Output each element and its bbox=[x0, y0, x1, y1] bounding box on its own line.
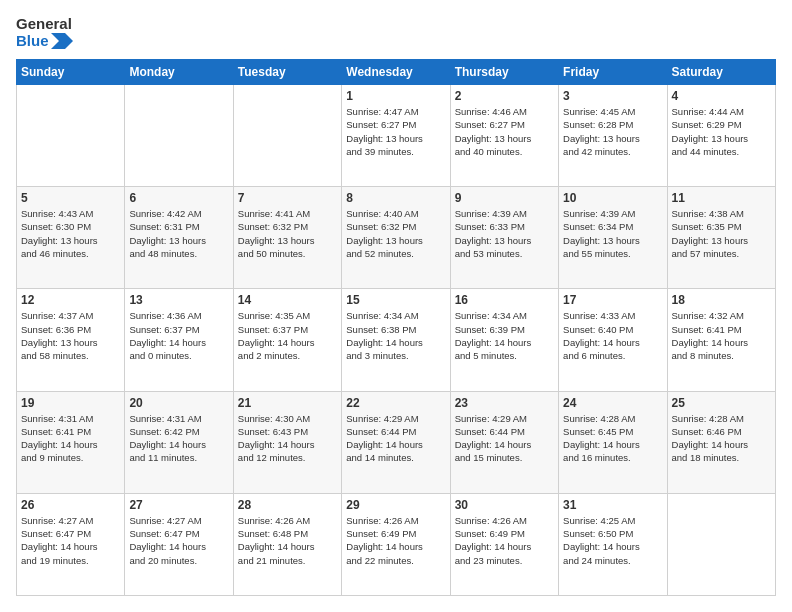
day-info: Sunrise: 4:27 AM Sunset: 6:47 PM Dayligh… bbox=[129, 514, 228, 567]
calendar-week-3: 12Sunrise: 4:37 AM Sunset: 6:36 PM Dayli… bbox=[17, 289, 776, 391]
calendar-cell bbox=[125, 85, 233, 187]
calendar-cell: 2Sunrise: 4:46 AM Sunset: 6:27 PM Daylig… bbox=[450, 85, 558, 187]
day-info: Sunrise: 4:38 AM Sunset: 6:35 PM Dayligh… bbox=[672, 207, 771, 260]
calendar-cell: 5Sunrise: 4:43 AM Sunset: 6:30 PM Daylig… bbox=[17, 187, 125, 289]
calendar-week-1: 1Sunrise: 4:47 AM Sunset: 6:27 PM Daylig… bbox=[17, 85, 776, 187]
weekday-header-monday: Monday bbox=[125, 60, 233, 85]
calendar-cell: 3Sunrise: 4:45 AM Sunset: 6:28 PM Daylig… bbox=[559, 85, 667, 187]
logo-blue: Blue bbox=[16, 33, 49, 50]
weekday-header-friday: Friday bbox=[559, 60, 667, 85]
day-number: 13 bbox=[129, 293, 228, 307]
day-number: 24 bbox=[563, 396, 662, 410]
logo: General Blue bbox=[16, 16, 73, 49]
logo-general: General bbox=[16, 16, 72, 33]
day-number: 31 bbox=[563, 498, 662, 512]
day-info: Sunrise: 4:35 AM Sunset: 6:37 PM Dayligh… bbox=[238, 309, 337, 362]
calendar-cell: 21Sunrise: 4:30 AM Sunset: 6:43 PM Dayli… bbox=[233, 391, 341, 493]
page: General Blue SundayMondayTuesdayWednesda… bbox=[0, 0, 792, 612]
calendar-cell bbox=[233, 85, 341, 187]
day-number: 2 bbox=[455, 89, 554, 103]
day-number: 5 bbox=[21, 191, 120, 205]
calendar-cell: 10Sunrise: 4:39 AM Sunset: 6:34 PM Dayli… bbox=[559, 187, 667, 289]
calendar-cell: 1Sunrise: 4:47 AM Sunset: 6:27 PM Daylig… bbox=[342, 85, 450, 187]
day-info: Sunrise: 4:27 AM Sunset: 6:47 PM Dayligh… bbox=[21, 514, 120, 567]
day-info: Sunrise: 4:39 AM Sunset: 6:33 PM Dayligh… bbox=[455, 207, 554, 260]
day-info: Sunrise: 4:34 AM Sunset: 6:38 PM Dayligh… bbox=[346, 309, 445, 362]
day-number: 28 bbox=[238, 498, 337, 512]
day-info: Sunrise: 4:40 AM Sunset: 6:32 PM Dayligh… bbox=[346, 207, 445, 260]
day-number: 4 bbox=[672, 89, 771, 103]
calendar-body: 1Sunrise: 4:47 AM Sunset: 6:27 PM Daylig… bbox=[17, 85, 776, 596]
calendar-cell: 9Sunrise: 4:39 AM Sunset: 6:33 PM Daylig… bbox=[450, 187, 558, 289]
day-number: 8 bbox=[346, 191, 445, 205]
day-number: 26 bbox=[21, 498, 120, 512]
calendar-cell bbox=[667, 493, 775, 595]
calendar-table: SundayMondayTuesdayWednesdayThursdayFrid… bbox=[16, 59, 776, 596]
calendar-cell: 13Sunrise: 4:36 AM Sunset: 6:37 PM Dayli… bbox=[125, 289, 233, 391]
weekday-header-tuesday: Tuesday bbox=[233, 60, 341, 85]
day-info: Sunrise: 4:29 AM Sunset: 6:44 PM Dayligh… bbox=[455, 412, 554, 465]
day-info: Sunrise: 4:46 AM Sunset: 6:27 PM Dayligh… bbox=[455, 105, 554, 158]
calendar-cell: 23Sunrise: 4:29 AM Sunset: 6:44 PM Dayli… bbox=[450, 391, 558, 493]
calendar-cell: 12Sunrise: 4:37 AM Sunset: 6:36 PM Dayli… bbox=[17, 289, 125, 391]
day-number: 25 bbox=[672, 396, 771, 410]
day-number: 11 bbox=[672, 191, 771, 205]
day-number: 20 bbox=[129, 396, 228, 410]
header: General Blue bbox=[16, 16, 776, 49]
day-number: 9 bbox=[455, 191, 554, 205]
day-info: Sunrise: 4:47 AM Sunset: 6:27 PM Dayligh… bbox=[346, 105, 445, 158]
logo-arrow-icon bbox=[51, 33, 73, 49]
weekday-header-sunday: Sunday bbox=[17, 60, 125, 85]
day-info: Sunrise: 4:37 AM Sunset: 6:36 PM Dayligh… bbox=[21, 309, 120, 362]
day-number: 7 bbox=[238, 191, 337, 205]
day-info: Sunrise: 4:33 AM Sunset: 6:40 PM Dayligh… bbox=[563, 309, 662, 362]
day-info: Sunrise: 4:25 AM Sunset: 6:50 PM Dayligh… bbox=[563, 514, 662, 567]
weekday-header-wednesday: Wednesday bbox=[342, 60, 450, 85]
calendar-cell: 4Sunrise: 4:44 AM Sunset: 6:29 PM Daylig… bbox=[667, 85, 775, 187]
day-info: Sunrise: 4:36 AM Sunset: 6:37 PM Dayligh… bbox=[129, 309, 228, 362]
day-number: 27 bbox=[129, 498, 228, 512]
calendar-cell: 16Sunrise: 4:34 AM Sunset: 6:39 PM Dayli… bbox=[450, 289, 558, 391]
calendar-cell: 19Sunrise: 4:31 AM Sunset: 6:41 PM Dayli… bbox=[17, 391, 125, 493]
calendar-cell: 20Sunrise: 4:31 AM Sunset: 6:42 PM Dayli… bbox=[125, 391, 233, 493]
calendar-cell: 14Sunrise: 4:35 AM Sunset: 6:37 PM Dayli… bbox=[233, 289, 341, 391]
day-number: 12 bbox=[21, 293, 120, 307]
day-number: 30 bbox=[455, 498, 554, 512]
day-info: Sunrise: 4:32 AM Sunset: 6:41 PM Dayligh… bbox=[672, 309, 771, 362]
weekday-header-thursday: Thursday bbox=[450, 60, 558, 85]
day-number: 16 bbox=[455, 293, 554, 307]
day-number: 21 bbox=[238, 396, 337, 410]
day-number: 10 bbox=[563, 191, 662, 205]
day-info: Sunrise: 4:26 AM Sunset: 6:49 PM Dayligh… bbox=[455, 514, 554, 567]
day-number: 14 bbox=[238, 293, 337, 307]
day-info: Sunrise: 4:26 AM Sunset: 6:48 PM Dayligh… bbox=[238, 514, 337, 567]
calendar-header: SundayMondayTuesdayWednesdayThursdayFrid… bbox=[17, 60, 776, 85]
day-number: 22 bbox=[346, 396, 445, 410]
calendar-cell: 6Sunrise: 4:42 AM Sunset: 6:31 PM Daylig… bbox=[125, 187, 233, 289]
day-info: Sunrise: 4:34 AM Sunset: 6:39 PM Dayligh… bbox=[455, 309, 554, 362]
weekday-header-saturday: Saturday bbox=[667, 60, 775, 85]
calendar-cell: 11Sunrise: 4:38 AM Sunset: 6:35 PM Dayli… bbox=[667, 187, 775, 289]
day-info: Sunrise: 4:30 AM Sunset: 6:43 PM Dayligh… bbox=[238, 412, 337, 465]
calendar-cell: 17Sunrise: 4:33 AM Sunset: 6:40 PM Dayli… bbox=[559, 289, 667, 391]
calendar-cell: 29Sunrise: 4:26 AM Sunset: 6:49 PM Dayli… bbox=[342, 493, 450, 595]
calendar-cell bbox=[17, 85, 125, 187]
calendar-cell: 7Sunrise: 4:41 AM Sunset: 6:32 PM Daylig… bbox=[233, 187, 341, 289]
calendar-cell: 15Sunrise: 4:34 AM Sunset: 6:38 PM Dayli… bbox=[342, 289, 450, 391]
calendar-week-5: 26Sunrise: 4:27 AM Sunset: 6:47 PM Dayli… bbox=[17, 493, 776, 595]
day-info: Sunrise: 4:29 AM Sunset: 6:44 PM Dayligh… bbox=[346, 412, 445, 465]
day-info: Sunrise: 4:26 AM Sunset: 6:49 PM Dayligh… bbox=[346, 514, 445, 567]
calendar-cell: 24Sunrise: 4:28 AM Sunset: 6:45 PM Dayli… bbox=[559, 391, 667, 493]
day-number: 18 bbox=[672, 293, 771, 307]
calendar-cell: 25Sunrise: 4:28 AM Sunset: 6:46 PM Dayli… bbox=[667, 391, 775, 493]
day-number: 23 bbox=[455, 396, 554, 410]
calendar-cell: 31Sunrise: 4:25 AM Sunset: 6:50 PM Dayli… bbox=[559, 493, 667, 595]
calendar-cell: 18Sunrise: 4:32 AM Sunset: 6:41 PM Dayli… bbox=[667, 289, 775, 391]
day-number: 29 bbox=[346, 498, 445, 512]
day-number: 6 bbox=[129, 191, 228, 205]
day-info: Sunrise: 4:31 AM Sunset: 6:41 PM Dayligh… bbox=[21, 412, 120, 465]
day-info: Sunrise: 4:45 AM Sunset: 6:28 PM Dayligh… bbox=[563, 105, 662, 158]
day-info: Sunrise: 4:42 AM Sunset: 6:31 PM Dayligh… bbox=[129, 207, 228, 260]
day-info: Sunrise: 4:31 AM Sunset: 6:42 PM Dayligh… bbox=[129, 412, 228, 465]
day-info: Sunrise: 4:28 AM Sunset: 6:46 PM Dayligh… bbox=[672, 412, 771, 465]
